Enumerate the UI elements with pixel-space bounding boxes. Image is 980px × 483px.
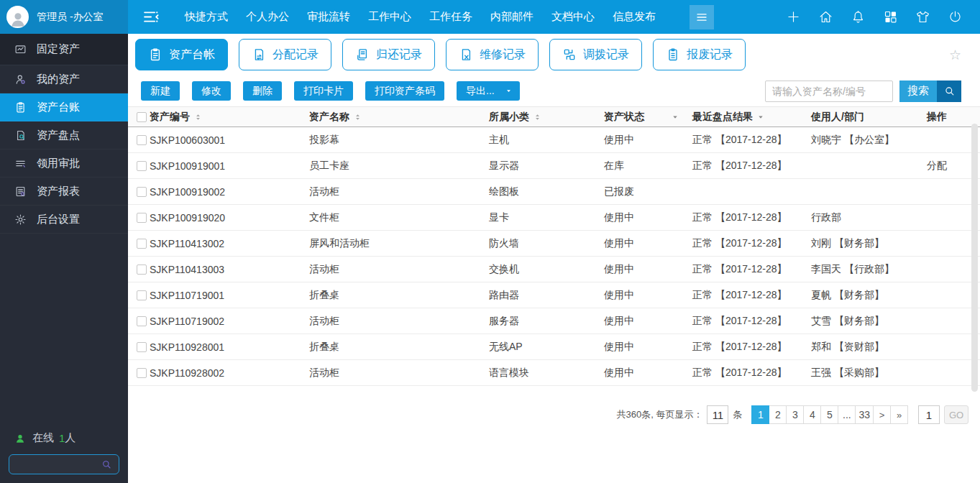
tab-asset-ledger[interactable]: 资产台帐 <box>135 39 228 70</box>
asset-name: 投影幕 <box>309 134 489 147</box>
column-header[interactable]: 所属小类 <box>489 111 604 124</box>
row-checkbox[interactable] <box>137 213 147 223</box>
export-button[interactable]: 导出... <box>457 81 520 101</box>
page-button-1[interactable]: 1 <box>751 405 769 424</box>
table-row[interactable]: SJKP100919002活动柜绘图板已报废 <box>128 179 980 205</box>
row-checkbox[interactable] <box>137 187 147 197</box>
column-header[interactable]: 资产编号 <box>150 111 309 124</box>
asset-name: 员工卡座 <box>309 160 489 172</box>
topnav-item[interactable]: 工作中心 <box>368 10 411 24</box>
bell-icon[interactable] <box>851 9 866 24</box>
sidebar-menu: 固定资产我的资产资产台账资产盘点领用审批资产报表后台设置 <box>0 34 128 234</box>
page-button-5[interactable]: 5 <box>820 405 838 424</box>
last-page-button[interactable]: » <box>890 405 908 424</box>
tab-scrap-records[interactable]: 报废记录 <box>653 39 746 70</box>
search-button[interactable]: 搜索 <box>899 80 937 102</box>
row-checkbox[interactable] <box>137 368 147 378</box>
topnav-item[interactable]: 信息发布 <box>613 10 656 24</box>
toolbar: 新建修改删除打印卡片打印资产条码 导出... 搜索 <box>128 75 980 106</box>
favorite-star-icon[interactable]: ☆ <box>949 48 961 62</box>
goto-page-input[interactable] <box>918 405 940 424</box>
more-menu-button[interactable] <box>690 5 714 29</box>
row-checkbox[interactable] <box>137 239 147 249</box>
row-checkbox[interactable] <box>137 290 147 300</box>
column-header[interactable]: 资产状态 <box>604 111 692 124</box>
sidebar-bottom: 在线 1 人 <box>0 431 128 483</box>
sidebar-item-asset-reports[interactable]: 资产报表 <box>0 178 128 206</box>
topnav-item[interactable]: 内部邮件 <box>490 10 533 24</box>
pages-ellipsis: ... <box>838 405 856 424</box>
column-header[interactable]: 资产名称 <box>309 111 489 124</box>
asset-name: 活动柜 <box>309 263 489 276</box>
table-row[interactable]: SJKP110719002活动柜服务器使用中正常 【2017-12-28】艾雪 … <box>128 308 980 334</box>
sidebar-item-label: 资产报表 <box>37 185 80 198</box>
tab-transfer-records[interactable]: 调拨记录 <box>549 39 642 70</box>
delete-button[interactable]: 删除 <box>243 81 282 101</box>
table-row[interactable]: SJKP100919001员工卡座显示器在库正常 【2017-12-28】分配 <box>128 153 980 179</box>
sidebar-item-my-assets[interactable]: 我的资产 <box>0 65 128 93</box>
search-icon-button[interactable] <box>937 80 961 102</box>
tab-repair-records[interactable]: 维修记录 <box>446 39 539 70</box>
home-icon[interactable] <box>818 9 833 24</box>
table-row[interactable]: SJKP100919020文件柜显卡使用中正常 【2017-12-28】行政部 <box>128 205 980 231</box>
page-button-4[interactable]: 4 <box>803 405 821 424</box>
asset-status: 使用中 <box>604 289 692 302</box>
print-card-button[interactable]: 打印卡片 <box>294 81 353 101</box>
table-scrollbar[interactable] <box>971 124 978 392</box>
row-checkbox[interactable] <box>137 135 147 145</box>
page-button-33[interactable]: 33 <box>855 405 874 424</box>
topnav-item[interactable]: 文档中心 <box>551 10 595 24</box>
sidebar-search-input[interactable] <box>16 458 101 471</box>
clipboard-lines-icon <box>666 47 680 62</box>
top-nav: 快捷方式个人办公审批流转工作中心工作任务内部邮件文档中心信息发布 <box>128 0 714 34</box>
table-row[interactable]: SJKP110719001折叠桌路由器使用中正常 【2017-12-28】夏帆 … <box>128 282 980 308</box>
tab-return-records[interactable]: 归还记录 <box>342 39 435 70</box>
tab-allocation-records[interactable]: 分配记录 <box>239 39 331 70</box>
apps-icon[interactable] <box>883 9 898 24</box>
allocate-link[interactable]: 分配 <box>927 160 947 172</box>
search-icon[interactable] <box>101 459 112 470</box>
theme-shirt-icon[interactable] <box>915 9 930 24</box>
sidebar-item-asset-ledger[interactable]: 资产台账 <box>0 93 128 121</box>
list-icon <box>14 157 27 170</box>
user-profile[interactable]: 管理员 -办公室 <box>0 0 128 34</box>
topnav-links: 快捷方式个人办公审批流转工作中心工作任务内部邮件文档中心信息发布 <box>185 10 674 24</box>
row-checkbox[interactable] <box>137 316 147 326</box>
column-header-label: 资产编号 <box>150 111 190 124</box>
print-barcode-button[interactable]: 打印资产条码 <box>365 81 444 101</box>
new-button[interactable]: 新建 <box>141 81 180 101</box>
row-checkbox[interactable] <box>137 264 147 275</box>
asset-code: SJKP110719001 <box>150 290 309 301</box>
toolbar-buttons: 新建修改删除打印卡片打印资产条码 <box>141 81 444 101</box>
row-checkbox[interactable] <box>137 342 147 352</box>
row-checkbox[interactable] <box>137 161 147 171</box>
table-row[interactable]: SJKP110413003活动柜交换机使用中正常 【2017-12-28】李国天… <box>128 257 980 282</box>
page-button-3[interactable]: 3 <box>786 405 804 424</box>
topnav-item[interactable]: 工作任务 <box>429 10 472 24</box>
page-button-2[interactable]: 2 <box>769 405 787 424</box>
next-page-button[interactable]: > <box>873 405 891 424</box>
topnav-item[interactable]: 个人办公 <box>246 10 289 24</box>
asset-category: 防火墙 <box>489 237 604 250</box>
asset-search-input[interactable] <box>765 80 893 102</box>
table-row[interactable]: SJKP110413002屏风和活动柜防火墙使用中正常 【2017-12-28】… <box>128 231 980 257</box>
table-row[interactable]: SJKP110928001折叠桌无线AP使用中正常 【2017-12-28】郑和… <box>128 334 980 360</box>
topbar-actions <box>786 0 980 34</box>
table-row[interactable]: SJKP110928002活动柜语言模块使用中正常 【2017-12-28】王强… <box>128 360 980 386</box>
plus-icon[interactable] <box>786 9 801 24</box>
collapse-menu-icon[interactable] <box>141 7 160 27</box>
asset-name: 活动柜 <box>309 367 489 380</box>
select-all-checkbox[interactable] <box>137 112 147 122</box>
page-size-input[interactable] <box>707 405 728 424</box>
go-button[interactable]: GO <box>944 405 968 424</box>
sidebar-item-asset-inventory[interactable]: 资产盘点 <box>0 121 128 150</box>
sidebar-item-fixed-assets[interactable]: 固定资产 <box>0 34 128 65</box>
edit-button[interactable]: 修改 <box>192 81 231 101</box>
column-header[interactable]: 最近盘点结果 <box>692 111 811 124</box>
power-icon[interactable] <box>948 9 963 24</box>
sidebar-item-requisition-approval[interactable]: 领用审批 <box>0 150 128 178</box>
sidebar-item-backend-settings[interactable]: 后台设置 <box>0 206 128 234</box>
topnav-item[interactable]: 快捷方式 <box>185 10 228 24</box>
topnav-item[interactable]: 审批流转 <box>307 10 350 24</box>
table-row[interactable]: SJKP100603001投影幕主机使用中正常 【2017-12-28】刘晓宇 … <box>128 127 980 153</box>
